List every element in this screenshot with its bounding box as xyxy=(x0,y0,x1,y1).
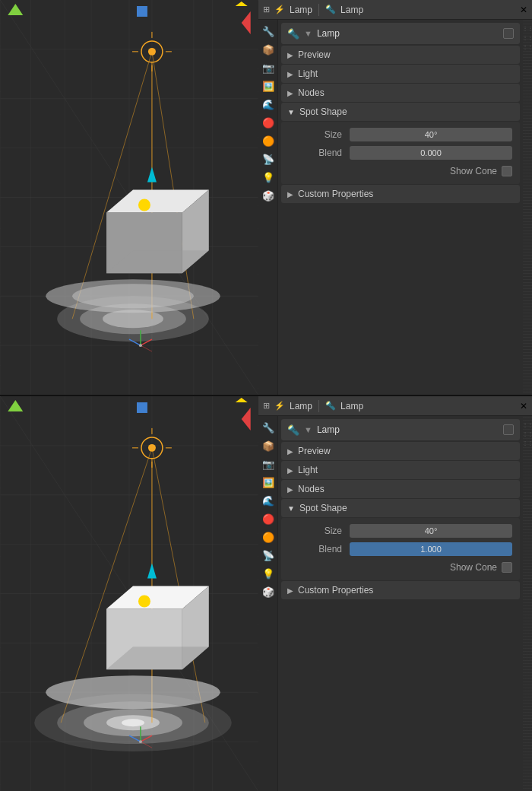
panel-header-top: ⊞ ⚡ Lamp 🔦 Lamp ✕ xyxy=(258,0,532,20)
grip-dots-bottom: ⋮⋮ xyxy=(522,422,532,428)
section-light-label-bottom: Light xyxy=(298,465,318,475)
obj-lamp-icon-top: 🔦 xyxy=(287,28,299,40)
prop-blend-value-bottom[interactable]: 1.000 xyxy=(350,542,512,556)
scene-svg-bottom xyxy=(0,396,258,791)
sidebar-lamp-icon-bottom[interactable]: 📡 xyxy=(260,547,277,564)
prop-blend-value-top[interactable]: 0.000 xyxy=(350,146,512,160)
prop-size-label-top: Size xyxy=(289,129,350,140)
section-light-header-bottom[interactable]: ▶ Light xyxy=(281,461,520,479)
arrow-nodes-top: ▶ xyxy=(287,89,293,97)
section-custom-header-top[interactable]: ▶ Custom Properties xyxy=(281,185,520,203)
icon-sidebar-bottom: 🔧 📦 📷 🖼️ 🌊 🔴 🟠 📡 💡 🎲 xyxy=(258,416,278,791)
grip-dots-bottom2: ⋮⋮ xyxy=(522,431,532,437)
bottom-panel-row: ⊞ ⚡ Lamp 🔦 Lamp ✕ 🔧 📦 📷 🖼️ 🌊 🔴 🟠 📡 💡 🎲 xyxy=(0,396,532,791)
lamp-icon2-bottom: 🔦 xyxy=(325,401,336,411)
lamp-icon1-top: ⚡ xyxy=(274,5,285,14)
arrow-preview-top: ▶ xyxy=(287,51,293,59)
object-header-top: 🔦 ▼ Lamp xyxy=(281,23,520,44)
prop-size-value-bottom[interactable]: 40° xyxy=(350,524,512,538)
sidebar-constraint-icon-bottom[interactable]: 🔴 xyxy=(260,510,277,527)
prop-size-label-bottom: Size xyxy=(289,526,350,536)
arrow-light-bottom: ▶ xyxy=(287,466,293,475)
svg-point-22 xyxy=(148,48,156,56)
svg-point-66 xyxy=(122,719,144,726)
sidebar-render-icon-bottom[interactable]: 🎲 xyxy=(260,583,277,600)
section-preview-header-bottom[interactable]: ▶ Preview xyxy=(281,442,520,460)
svg-point-34 xyxy=(72,284,194,308)
sidebar-material2-icon-bottom[interactable]: 💡 xyxy=(260,565,277,582)
section-custom-bottom: ▶ Custom Properties xyxy=(281,581,520,599)
section-light-header-top[interactable]: ▶ Light xyxy=(281,65,520,83)
arrow-light-top: ▶ xyxy=(287,70,293,78)
sidebar-modifier-icon-bottom[interactable]: 🌊 xyxy=(260,492,277,509)
properties-panel-bottom: ⊞ ⚡ Lamp 🔦 Lamp ✕ 🔧 📦 📷 🖼️ 🌊 🔴 🟠 📡 💡 🎲 xyxy=(258,396,532,791)
svg-point-83 xyxy=(138,595,150,607)
obj-lamp-icon-bottom: 🔦 xyxy=(287,424,299,436)
grip-dots-top2: ⋮⋮ xyxy=(522,35,532,41)
prop-blend-label-top: Blend xyxy=(289,148,350,158)
properties-panel-top: ⊞ ⚡ Lamp 🔦 Lamp ✕ 🔧 📦 📷 🖼️ 🌊 🔴 🟠 📡 💡 🎲 xyxy=(258,0,532,395)
arrow-preview-bottom: ▶ xyxy=(287,447,293,456)
view-icon-bottom: ⊞ xyxy=(263,401,270,411)
sidebar-image-icon-top[interactable]: 🖼️ xyxy=(260,78,277,94)
pin-top[interactable]: ✕ xyxy=(520,5,527,15)
sidebar-data-icon-top[interactable]: 🟠 xyxy=(260,132,277,149)
lamp-label1-bottom: Lamp xyxy=(290,401,312,411)
section-spot-header-bottom[interactable]: ▼ Spot Shape xyxy=(281,499,520,517)
sidebar-camera-icon-bottom[interactable]: 📷 xyxy=(260,456,277,472)
obj-arrow-top: ▼ xyxy=(304,29,312,38)
section-spot-bottom: ▼ Spot Shape Size 40° Blend 1.000 xyxy=(281,499,520,580)
header-sep-top xyxy=(318,4,319,16)
lamp-icon1-bottom: ⚡ xyxy=(274,401,285,411)
svg-rect-90 xyxy=(137,402,147,413)
prop-size-value-top[interactable]: 40° xyxy=(350,128,512,141)
sidebar-image-icon-bottom[interactable]: 🖼️ xyxy=(260,474,277,491)
sidebar-material2-icon-top[interactable]: 💡 xyxy=(260,169,277,186)
sidebar-lamp-icon-top[interactable]: 📡 xyxy=(260,151,277,167)
sidebar-camera-icon-top[interactable]: 📷 xyxy=(260,59,277,76)
obj-check-top[interactable] xyxy=(503,28,514,39)
sidebar-constraint-icon-top[interactable]: 🔴 xyxy=(260,114,277,131)
sidebar-tool-icon-top[interactable]: 🔧 xyxy=(260,23,277,40)
section-custom-header-bottom[interactable]: ▶ Custom Properties xyxy=(281,581,520,599)
svg-point-36 xyxy=(138,199,150,211)
panel-content-top: 🔧 📦 📷 🖼️ 🌊 🔴 🟠 📡 💡 🎲 🔦 ▼ Lamp xyxy=(258,20,532,395)
prop-cone-label-top: Show Cone xyxy=(450,166,497,176)
object-header-bottom: 🔦 ▼ Lamp xyxy=(281,419,520,440)
lamp-label1-top: Lamp xyxy=(290,5,312,15)
prop-cone-row-bottom: Show Cone xyxy=(289,559,512,576)
sidebar-material-icon-top[interactable]: 📦 xyxy=(260,41,277,58)
sidebar-tool-icon-bottom[interactable]: 🔧 xyxy=(260,419,277,436)
prop-blend-top: Blend 0.000 xyxy=(289,145,512,161)
sidebar-material-icon-bottom[interactable]: 📦 xyxy=(260,437,277,454)
sidebar-modifier-icon-top[interactable]: 🌊 xyxy=(260,96,277,113)
svg-point-41 xyxy=(139,344,142,347)
section-spot-body-bottom: Size 40° Blend 1.000 Show Cone xyxy=(281,518,520,580)
prop-cone-checkbox-bottom[interactable] xyxy=(502,562,512,573)
section-preview-bottom: ▶ Preview xyxy=(281,442,520,460)
pin-bottom[interactable]: ✕ xyxy=(520,401,527,411)
prop-cone-label-bottom: Show Cone xyxy=(450,562,497,573)
svg-rect-43 xyxy=(137,6,147,17)
sidebar-data-icon-bottom[interactable]: 🟠 xyxy=(260,529,277,545)
obj-name-top[interactable]: Lamp xyxy=(317,28,499,39)
section-nodes-header-bottom[interactable]: ▶ Nodes xyxy=(281,480,520,498)
prop-blend-label-bottom: Blend xyxy=(289,544,350,554)
dots-col-bottom: ⋮⋮ ⋮⋮ ⋮⋮ xyxy=(523,416,532,791)
arrow-nodes-bottom: ▶ xyxy=(287,485,293,494)
grip-dots-bottom3: ⋮⋮ xyxy=(522,440,532,446)
sidebar-render-icon-top[interactable]: 🎲 xyxy=(260,187,277,204)
prop-size-bottom: Size 40° xyxy=(289,523,512,539)
header-sep-bottom xyxy=(318,400,319,412)
section-nodes-header-top[interactable]: ▶ Nodes xyxy=(281,84,520,102)
svg-point-88 xyxy=(139,740,142,743)
obj-check-bottom[interactable] xyxy=(503,424,514,435)
section-spot-header-top[interactable]: ▼ Spot Shape xyxy=(281,103,520,121)
section-nodes-label-bottom: Nodes xyxy=(298,484,325,494)
obj-name-bottom[interactable]: Lamp xyxy=(317,424,499,435)
top-panel-row: ⊞ ⚡ Lamp 🔦 Lamp ✕ 🔧 📦 📷 🖼️ 🌊 🔴 🟠 📡 💡 🎲 xyxy=(0,0,532,395)
section-preview-top: ▶ Preview xyxy=(281,46,520,64)
section-preview-header-top[interactable]: ▶ Preview xyxy=(281,46,520,64)
prop-cone-checkbox-top[interactable] xyxy=(502,166,512,176)
section-nodes-bottom: ▶ Nodes xyxy=(281,480,520,498)
